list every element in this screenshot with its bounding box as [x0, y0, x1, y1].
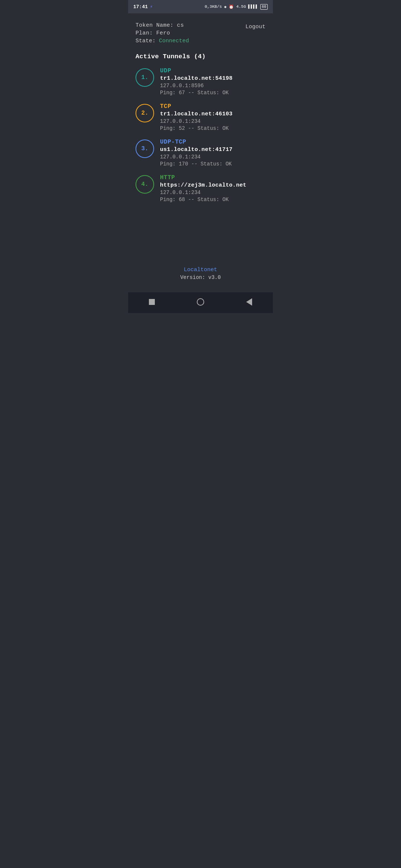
nav-bar — [128, 292, 273, 313]
bluetooth-icon: ✱ — [224, 4, 227, 9]
tunnel-local-2: 127.0.0.1:234 — [160, 118, 232, 124]
tunnel-item-1: 1. UDP tr1.localto.net:54198 127.0.0.1:8… — [136, 68, 265, 96]
status-bar: 17:41 ⚡ 0,3KB/s ✱ ⏰ 4.5G ▌▌▌▌ 60 — [128, 0, 273, 13]
tunnel-local-1: 127.0.0.1:8596 — [160, 83, 232, 89]
plan-line: Plan: Fero — [136, 30, 189, 36]
tunnel-local-4: 127.0.0.1:234 — [160, 190, 247, 195]
tunnel-number-1: 1. — [136, 68, 154, 87]
nav-back-button[interactable] — [239, 296, 260, 308]
back-icon — [246, 298, 252, 306]
tunnels-header: Active Tunnels (4) — [136, 53, 265, 60]
status-right: 0,3KB/s ✱ ⏰ 4.5G ▌▌▌▌ 60 — [205, 4, 268, 10]
tunnel-address-3: us1.localto.net:41717 — [160, 147, 232, 153]
alarm-icon: ⏰ — [229, 4, 234, 9]
app-version: Version: v3.0 — [136, 274, 265, 280]
main-content: Token Name: cs Plan: Fero State: Connect… — [128, 13, 273, 292]
tunnel-item-3: 3. UDP-TCP us1.localto.net:41717 127.0.0… — [136, 139, 265, 167]
state-line: State: Connected — [136, 38, 189, 44]
signal-bars-icon: ▌▌▌▌ — [248, 4, 258, 9]
tunnel-info-4: HTTP https://zej3m.localto.net 127.0.0.1… — [160, 174, 247, 203]
tunnel-protocol-4: HTTP — [160, 174, 247, 181]
state-value: Connected — [159, 38, 189, 44]
info-block: Token Name: cs Plan: Fero State: Connect… — [136, 22, 189, 44]
network-speed: 0,3KB/s — [205, 4, 222, 9]
plan-label: Plan: Fero — [136, 30, 170, 36]
state-label: State: — [136, 38, 159, 44]
status-left: 17:41 ⚡ — [133, 4, 153, 10]
tunnel-protocol-2: TCP — [160, 103, 232, 110]
battery-icon: 60 — [260, 4, 268, 10]
tunnel-item-2: 2. TCP tr1.localto.net:46103 127.0.0.1:2… — [136, 103, 265, 131]
tunnel-address-2: tr1.localto.net:46103 — [160, 111, 232, 117]
tunnel-ping-2: Ping: 52 -- Status: OK — [160, 125, 232, 131]
tunnel-list: 1. UDP tr1.localto.net:54198 127.0.0.1:8… — [136, 68, 265, 203]
tunnel-local-3: 127.0.0.1:234 — [160, 154, 232, 160]
tunnel-info-2: TCP tr1.localto.net:46103 127.0.0.1:234 … — [160, 103, 232, 131]
token-line: Token Name: cs — [136, 22, 189, 29]
nav-recent-button[interactable] — [141, 297, 162, 307]
tunnel-address-4: https://zej3m.localto.net — [160, 182, 247, 188]
tunnel-info-1: UDP tr1.localto.net:54198 127.0.0.1:8596… — [160, 68, 232, 96]
tunnel-address-1: tr1.localto.net:54198 — [160, 75, 232, 82]
tunnel-ping-3: Ping: 170 -- Status: OK — [160, 161, 232, 167]
tunnel-number-2: 2. — [136, 104, 154, 122]
header-section: Token Name: cs Plan: Fero State: Connect… — [136, 22, 265, 44]
recent-apps-icon — [149, 299, 155, 305]
tunnel-protocol-1: UDP — [160, 68, 232, 74]
home-icon — [197, 298, 204, 306]
tunnel-protocol-3: UDP-TCP — [160, 139, 232, 145]
app-name: Localtonet — [136, 267, 265, 273]
network-icon: 4.5G — [236, 4, 246, 9]
tunnel-ping-1: Ping: 67 -- Status: OK — [160, 90, 232, 96]
nav-home-button[interactable] — [189, 296, 212, 308]
time-display: 17:41 — [133, 4, 148, 10]
tunnel-number-4: 4. — [136, 175, 154, 194]
tunnel-info-3: UDP-TCP us1.localto.net:41717 127.0.0.1:… — [160, 139, 232, 167]
footer: Localtonet Version: v3.0 — [136, 258, 265, 286]
tunnel-ping-4: Ping: 68 -- Status: OK — [160, 197, 247, 203]
token-label: Token Name: cs — [136, 22, 184, 29]
signal-icon: ⚡ — [150, 4, 153, 10]
tunnel-item-4: 4. HTTP https://zej3m.localto.net 127.0.… — [136, 174, 265, 203]
logout-button[interactable]: Logout — [245, 24, 265, 30]
tunnel-number-3: 3. — [136, 139, 154, 158]
